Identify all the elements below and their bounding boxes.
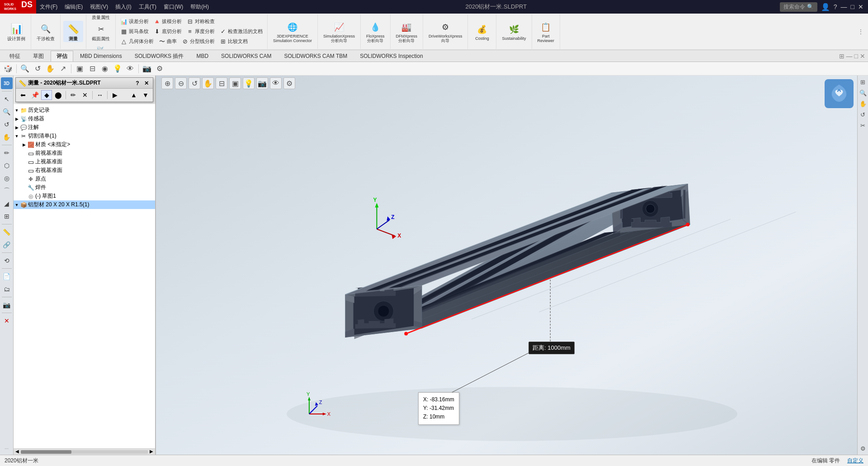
dialog-help-btn[interactable]: ? bbox=[134, 80, 141, 87]
scroll-right-btn[interactable]: ▶ bbox=[150, 449, 153, 455]
tab-features[interactable]: 特征 bbox=[4, 51, 26, 62]
menu-file[interactable]: 文件(F) bbox=[36, 0, 61, 14]
mt-circle-btn[interactable]: ⬤ bbox=[53, 90, 64, 100]
simxpress-btn[interactable]: 📈 SimulationXpress分析向导 bbox=[321, 19, 358, 44]
thickness-analysis-btn[interactable]: ≡厚度分析 bbox=[184, 27, 217, 36]
3dex-btn[interactable]: 🌐 3DEXPERIENCESimulation Connector bbox=[270, 19, 315, 44]
tab-min-btn[interactable]: — bbox=[846, 52, 853, 60]
fl-config-btn[interactable]: 🗂 bbox=[1, 283, 13, 295]
view-rotate-btn[interactable]: ↺ bbox=[32, 63, 43, 74]
fl-error-btn[interactable]: ✕ bbox=[1, 315, 13, 327]
menu-window[interactable]: 窗口(W) bbox=[160, 0, 187, 14]
ft-item-top-plane[interactable]: ▶ ▭ 上视基准面 bbox=[14, 157, 155, 166]
fl-camera-btn[interactable]: 📷 bbox=[1, 299, 13, 311]
costing-btn[interactable]: 💰 Costing bbox=[471, 21, 493, 42]
menu-help[interactable]: 帮助(H) bbox=[187, 0, 212, 14]
zebra-stripes-btn[interactable]: ▦斑马条纹 bbox=[118, 27, 151, 36]
view-opt-camera[interactable]: 📷 bbox=[256, 77, 268, 89]
driveworks-btn[interactable]: ⚙ DriveWorksXpress向导 bbox=[426, 19, 465, 44]
fl-zoom-btn[interactable]: 🔍 bbox=[1, 106, 13, 118]
tab-sw-inspection[interactable]: SOLIDWORKS Inspection bbox=[354, 51, 429, 61]
view-opt-settings[interactable]: ⚙ bbox=[283, 77, 295, 89]
mt-delete-btn[interactable]: ✕ bbox=[80, 90, 90, 100]
tab-sw-cam-tbm[interactable]: SOLIDWORKS CAM TBM bbox=[278, 51, 353, 61]
view-opt-light[interactable]: 💡 bbox=[243, 77, 255, 89]
menu-view[interactable]: 视图(V) bbox=[86, 0, 112, 14]
floxpress-btn[interactable]: 💧 FloXpress分析向导 bbox=[363, 19, 387, 44]
mt-pin-btn[interactable]: 📌 bbox=[29, 90, 40, 100]
view-opt-section[interactable]: ⊟ bbox=[216, 77, 227, 89]
ft-item-weldment[interactable]: ▶ 🔧 焊件 bbox=[14, 183, 155, 192]
toolbar-expand-btn[interactable]: ⋮ bbox=[856, 27, 865, 36]
rt-zoom-btn[interactable]: 🔍 bbox=[859, 88, 868, 97]
scroll-left-btn[interactable]: ◀ bbox=[15, 449, 19, 455]
view-opt-hide[interactable]: 👁 bbox=[270, 77, 282, 89]
sustainability-btn[interactable]: 🌿 Sustainability bbox=[499, 21, 528, 42]
rt-rotate-btn[interactable]: ↺ bbox=[859, 110, 868, 119]
help-icon[interactable]: ? bbox=[834, 3, 837, 10]
view-select-btn[interactable]: ↗ bbox=[57, 63, 69, 74]
sensors-btn[interactable]: 📡 传感器 bbox=[91, 42, 111, 50]
fl-select-btn[interactable]: ↖ bbox=[1, 93, 13, 105]
ft-expand-alprofile[interactable]: ▼ bbox=[14, 203, 20, 207]
fl-chamfer-btn[interactable]: ◢ bbox=[1, 198, 13, 209]
fl-sketch-btn[interactable]: ✏ bbox=[1, 147, 13, 159]
tab-sw-cam[interactable]: SOLIDWORKS CAM bbox=[215, 51, 277, 61]
status-custom[interactable]: 自定义 bbox=[847, 457, 863, 465]
view-section-btn[interactable]: ⊟ bbox=[86, 63, 98, 74]
fl-measure-btn[interactable]: 📏 bbox=[1, 226, 13, 238]
dfmxpress-btn[interactable]: 🏭 DFMXpress分析向导 bbox=[393, 19, 420, 44]
ft-item-alprofile[interactable]: ▼ 📦 铝型材 20 X 20 X R1.5(1) bbox=[14, 200, 155, 209]
fl-3d-btn[interactable]: 3D bbox=[1, 77, 13, 89]
viewport[interactable]: ⊕ ⊖ ↺ ✋ ⊟ ▣ 💡 📷 👁 ⚙ bbox=[156, 76, 868, 455]
error-analysis-btn[interactable]: 📊误差分析 bbox=[118, 17, 151, 26]
mass-props-btn[interactable]: ⚖ 质量属性 bbox=[89, 14, 113, 21]
curvature-btn[interactable]: 〜曲率 bbox=[156, 37, 179, 46]
ft-item-material[interactable]: ▶ 🧱 材质 <未指定> bbox=[14, 140, 155, 149]
view-opt-pan[interactable]: ✋ bbox=[202, 77, 214, 89]
compare-docs-btn[interactable]: ⊞比较文档 bbox=[217, 37, 250, 46]
view-clip-btn[interactable]: ◉ bbox=[99, 63, 111, 74]
mt-arrow-btn[interactable]: ▶ bbox=[109, 90, 120, 100]
fl-extrude-btn[interactable]: ⬡ bbox=[1, 160, 13, 171]
view-settings-btn[interactable]: ⚙ bbox=[154, 63, 165, 74]
menu-tools[interactable]: 工具(T) bbox=[135, 0, 160, 14]
user-icon[interactable]: 👤 bbox=[821, 3, 830, 11]
fl-fillet-btn[interactable]: ⌒ bbox=[1, 185, 13, 197]
fl-history-btn[interactable]: ⟲ bbox=[1, 255, 13, 266]
ft-expand-cutlist[interactable]: ▼ bbox=[14, 134, 20, 138]
menu-edit[interactable]: 编辑(E) bbox=[61, 0, 86, 14]
tab-evaluate[interactable]: 评估 bbox=[51, 51, 73, 62]
view-zoom-btn[interactable]: 🔍 bbox=[19, 63, 31, 74]
ft-item-annotations[interactable]: ▶ 💬 注解 bbox=[14, 123, 155, 132]
undercut-analysis-btn[interactable]: ⬇底切分析 bbox=[151, 27, 184, 36]
tab-expand-btn[interactable]: ⊞ bbox=[839, 52, 844, 60]
mt-collapse-btn[interactable]: ▲ bbox=[128, 90, 139, 100]
fl-more-btn[interactable]: ··· bbox=[5, 446, 8, 453]
part-reviewer-btn[interactable]: 📋 PartReviewer bbox=[535, 19, 557, 44]
measure-dialog-title[interactable]: 📏 测量 - 2020铝材一米.SLDPRT ? ✕ bbox=[16, 78, 153, 89]
ft-expand-history[interactable]: ▼ bbox=[14, 108, 20, 113]
parting-line-btn[interactable]: ⊘分型线分析 bbox=[179, 37, 217, 46]
view-3d-btn[interactable]: 🎲 bbox=[2, 63, 14, 74]
ft-item-sketch1[interactable]: ▶ ◎ (-) 草图1 bbox=[14, 192, 155, 200]
search-box[interactable]: 搜索命令 🔍 bbox=[780, 2, 817, 12]
view-camera-btn[interactable]: 📷 bbox=[141, 63, 153, 74]
rt-expand-btn[interactable]: ⊞ bbox=[859, 77, 868, 86]
tab-close-btn[interactable]: ✕ bbox=[860, 52, 865, 60]
dialog-close-btn[interactable]: ✕ bbox=[143, 80, 150, 87]
fl-revolve-btn[interactable]: ◎ bbox=[1, 172, 13, 184]
tab-sw-addins[interactable]: SOLIDWORKS 插件 bbox=[129, 51, 190, 62]
menu-insert[interactable]: 插入(I) bbox=[112, 0, 135, 14]
draft-analysis-btn[interactable]: 🔺拔模分析 bbox=[151, 17, 184, 26]
view-pan-btn[interactable]: ✋ bbox=[44, 63, 56, 74]
design-study-btn[interactable]: 📊 设计算例 bbox=[5, 21, 28, 42]
maximize-btn[interactable]: □ bbox=[851, 3, 854, 10]
ft-expand-material[interactable]: ▶ bbox=[21, 143, 27, 147]
left-scroll[interactable]: ◀ ▶ bbox=[14, 448, 155, 455]
minimize-btn[interactable]: — bbox=[841, 3, 847, 10]
scroll-thumb[interactable] bbox=[21, 450, 71, 454]
measure-btn[interactable]: 📏 测量 bbox=[63, 21, 83, 42]
section-props-btn[interactable]: ✂ 截面属性 bbox=[89, 21, 113, 42]
fl-rotate-btn[interactable]: ↺ bbox=[1, 119, 13, 130]
